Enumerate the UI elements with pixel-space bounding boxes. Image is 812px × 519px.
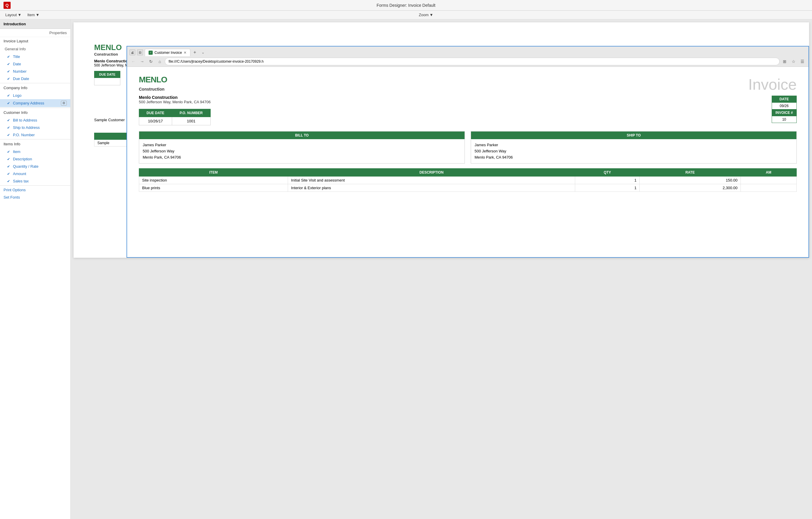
panel-item-set-fonts[interactable]: Set Fonts [0,194,70,201]
browser-tab-active[interactable]: ✓ Customer Invoice ✕ [145,49,190,56]
check-icon: ✔ [7,165,11,169]
panel-item-logo[interactable]: ✔ Logo [0,92,70,99]
panel-item-date[interactable]: ✔ Date [0,60,70,68]
more-button[interactable]: ☰ [799,58,806,65]
left-panel: Introduction Properties Invoice Layout G… [0,20,70,519]
gear-button[interactable]: ⚙ [61,100,67,106]
panel-item-due-date[interactable]: ✔ Due Date [0,75,70,82]
panel-header: Introduction [0,20,70,29]
refresh-button[interactable]: ↻ [147,58,155,65]
right-panel: MENLO Construction Menlo Construction 50… [70,20,812,519]
section-customer-info: Customer Info [0,109,70,116]
invoice-canvas: MENLO Construction Menlo Construction 50… [74,22,809,258]
check-icon: ✔ [7,179,11,183]
check-icon: ✔ [7,62,11,66]
inv-company-addr: 500 Jefferson Way, Menlo Park, CA 94706 [139,100,211,104]
reader-view-button[interactable]: ⊞ [781,58,788,65]
forward-button[interactable]: → [138,58,146,65]
section-company-info: Company Info [0,84,70,92]
check-icon: ✔ [7,150,11,154]
menu-bar: Layout ▼ Item ▼ Zoom ▼ [0,10,812,20]
check-icon: ✔ [7,69,11,74]
section-general-info: General Info [0,45,70,53]
new-tab-button[interactable]: + [191,48,198,57]
panel-item-number[interactable]: ✔ Number [0,68,70,75]
inv-title-area: Invoice DATE 09/26 INVOICE # [748,76,797,123]
back-button[interactable]: ← [129,58,137,65]
bg-due-table: DUE DATE [94,71,120,85]
tab-favicon: ✓ [149,51,153,55]
due-po-table: DUE DATE P.O. NUMBER 10/26/17 1001 [139,109,211,125]
panel-item-bill-to[interactable]: ✔ Bill to Address [0,116,70,124]
browser-tabs: 🖨 ⊡ ✓ Customer Invoice ✕ + ⌄ [127,47,809,57]
panel-item-ship-to[interactable]: ✔ Ship to Address [0,124,70,131]
menu-zoom[interactable]: Zoom ▼ [416,11,436,18]
panel-item-qty-rate[interactable]: ✔ Quantity / Rate [0,163,70,170]
nav-icons: ⊞ ☆ ☰ [781,58,806,65]
bill-to-body: James Parker 500 Jefferson Way Menlo Par… [139,139,465,163]
panel-item-sales-tax[interactable]: ✔ Sales tax [0,177,70,185]
check-icon: ✔ [7,93,11,98]
url-bar[interactable] [165,58,780,65]
tab-close-button[interactable]: ✕ [183,51,186,55]
panel-item-description[interactable]: ✔ Description [0,155,70,163]
inv-title: Invoice [748,76,797,93]
inv-company-name: Menlo Construction [139,95,211,100]
inv-date-table: DATE 09/26 INVOICE # 10 [772,96,797,123]
menu-layout[interactable]: Layout ▼ [2,11,24,18]
ship-to-body: James Parker 500 Jefferson Way Menlo Par… [471,139,796,163]
panel-item-print-options[interactable]: Print Options [0,186,70,194]
title-bar: Q Forms Designer: Invoice Default [0,0,812,10]
check-icon: ✔ [7,118,11,122]
bookmark-button[interactable]: ☆ [790,58,797,65]
items-table: ITEM DESCRIPTION QTY RATE AM Site inspec… [139,168,797,192]
panel-item-title[interactable]: ✔ Title [0,53,70,60]
table-row: Blue prints Interior & Exterior plans 1 … [139,184,797,192]
tab-dropdown-button[interactable]: ⌄ [199,49,207,56]
browser-window: 🖨 ⊡ ✓ Customer Invoice ✕ + ⌄ ← → [126,46,809,258]
section-invoice-layout: Invoice Layout [0,37,70,45]
main-layout: Introduction Properties Invoice Layout G… [0,20,812,519]
panel-item-item[interactable]: ✔ Item [0,148,70,155]
addr-row: BILL TO James Parker 500 Jefferson Way M… [139,131,797,164]
ship-to-box: SHIP TO James Parker 500 Jefferson Way M… [471,131,797,164]
check-icon: ✔ [7,172,11,176]
panel-item-company-address[interactable]: ✔ Company Address ⚙ [0,99,70,107]
browser-icon-restore[interactable]: ⊡ [137,50,143,55]
check-icon: ✔ [7,101,11,105]
check-icon: ✔ [7,77,11,81]
inv-logo: MENLO Construction [139,76,211,92]
app-logo: Q [3,2,10,9]
panel-item-amount[interactable]: ✔ Amount [0,170,70,177]
check-icon: ✔ [7,126,11,130]
browser-icon-print[interactable]: 🖨 [129,50,135,55]
bill-to-box: BILL TO James Parker 500 Jefferson Way M… [139,131,465,164]
check-icon: ✔ [7,157,11,161]
check-icon: ✔ [7,55,11,59]
section-items-info: Items Info [0,140,70,148]
menu-item[interactable]: Item ▼ [24,11,42,18]
inv-logo-area: MENLO Construction Menlo Construction 50… [139,76,211,125]
home-button[interactable]: ⌂ [156,58,164,65]
panel-item-po[interactable]: ✔ P.O. Number [0,131,70,139]
properties-label: Properties [0,29,70,37]
window-title: Forms Designer: Invoice Default [377,3,435,8]
browser-nav: ← → ↻ ⌂ ⊞ ☆ ☰ [127,57,809,66]
table-row: Site inspection Initial Site Visit and a… [139,176,797,184]
check-icon: ✔ [7,133,11,137]
tab-label: Customer Invoice [154,51,182,55]
inv-header: MENLO Construction Menlo Construction 50… [139,76,797,125]
browser-chrome: 🖨 ⊡ ✓ Customer Invoice ✕ + ⌄ ← → [127,47,809,67]
browser-content: MENLO Construction Menlo Construction 50… [127,67,809,257]
